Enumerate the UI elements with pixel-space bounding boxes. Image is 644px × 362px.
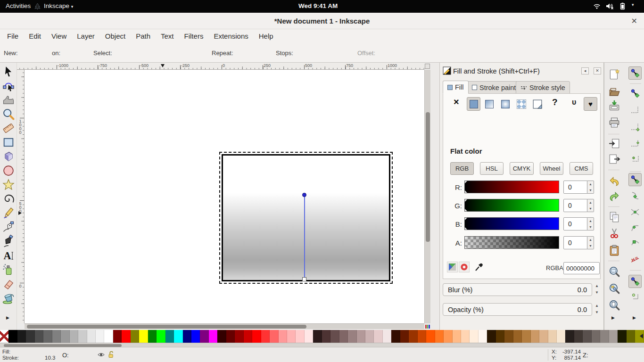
palette-swatch[interactable] [504, 330, 513, 343]
dock-iconify-button[interactable]: ◂ [581, 67, 589, 74]
palette-swatch[interactable] [418, 330, 426, 343]
color-picker-dropper-icon[interactable] [474, 261, 484, 272]
swatch-fill-button[interactable] [531, 98, 544, 110]
palette-swatch[interactable] [479, 330, 487, 343]
palette-swatch[interactable] [183, 330, 191, 343]
gradient-start-handle[interactable] [302, 193, 306, 197]
palette-swatch[interactable] [435, 330, 444, 343]
palette-swatch[interactable] [374, 330, 382, 343]
palette-swatch[interactable] [8, 330, 17, 343]
palette-swatch[interactable] [200, 330, 208, 343]
command-print[interactable] [608, 116, 620, 129]
palette-swatch[interactable] [244, 330, 252, 343]
palette-swatch[interactable] [122, 330, 130, 343]
palette-scroll-arrow[interactable] [640, 334, 643, 338]
menu-extensions[interactable]: Extensions [208, 29, 253, 43]
tab-stroke-style[interactable]: Stroke style [516, 81, 570, 94]
menu-filters[interactable]: Filters [179, 29, 209, 43]
palette-swatch[interactable] [279, 330, 287, 343]
palette-swatch[interactable] [470, 330, 478, 343]
opacity-spin-down[interactable]: ▼ [594, 309, 600, 315]
palette-swatch[interactable] [43, 330, 52, 343]
palette-swatch[interactable] [513, 330, 522, 343]
palette-swatch[interactable] [305, 330, 313, 343]
mode-hsl-button[interactable]: HSL [480, 162, 504, 175]
horizontal-scrollbar[interactable] [25, 323, 424, 329]
palette-swatch[interactable] [444, 330, 452, 343]
snap-others-button[interactable] [628, 275, 642, 288]
rgba-entry[interactable]: 00000000 [563, 262, 600, 274]
palette-swatch[interactable] [270, 330, 278, 343]
snap-smooth-nodes-button[interactable] [630, 222, 640, 233]
snap-bounding-box-button[interactable] [630, 88, 640, 99]
gradient-line[interactable] [304, 195, 305, 280]
palette-swatch[interactable] [400, 330, 409, 343]
palette-swatch[interactable] [348, 330, 356, 343]
palette-swatch[interactable] [383, 330, 391, 343]
fill-rule-evenodd-button[interactable]: υ [572, 98, 576, 107]
vertical-scrollbar[interactable] [424, 70, 430, 323]
snap-bbox-edges-button[interactable] [630, 105, 640, 115]
red-spinbox[interactable]: 0 [563, 181, 587, 194]
green-spin-arrows[interactable]: ▲▼ [587, 199, 594, 212]
palette-swatch[interactable] [113, 330, 122, 343]
radial-gradient-fill-button[interactable] [499, 98, 512, 110]
command-copy[interactable] [608, 211, 620, 223]
blur-slider[interactable]: Blur (%) 0.0 [443, 283, 592, 296]
palette-swatch[interactable] [496, 330, 504, 343]
palette-swatch[interactable] [531, 330, 539, 343]
palette-swatch[interactable] [574, 330, 583, 343]
tool-selector[interactable] [2, 65, 15, 78]
menu-view[interactable]: View [46, 29, 72, 43]
tool-eraser[interactable] [2, 277, 15, 290]
tool-measure[interactable] [2, 122, 15, 135]
palette-swatch[interactable] [487, 330, 495, 343]
palette-swatch[interactable] [26, 330, 34, 343]
alpha-spin-arrows[interactable]: ▲▼ [587, 236, 594, 249]
palette-swatch[interactable] [592, 330, 600, 343]
color-managed-view-toggle[interactable] [425, 325, 430, 329]
palette-swatch[interactable] [618, 330, 626, 343]
sticky-zoom-toggle[interactable] [425, 64, 430, 69]
palette-swatch[interactable] [583, 330, 591, 343]
command-zoom-page[interactable] [608, 299, 620, 311]
palette-swatch[interactable] [78, 330, 87, 343]
command-zoom-selection[interactable] [608, 265, 620, 278]
palette-swatch[interactable] [17, 330, 26, 343]
pattern-fill-button[interactable] [515, 98, 528, 110]
mode-cmyk-button[interactable]: CMYK [510, 162, 534, 175]
no-paint-button[interactable]: × [454, 97, 459, 107]
tab-stroke-paint[interactable]: Stroke paint [467, 81, 520, 94]
toolbox-expander-arrow[interactable]: ▶ [6, 315, 9, 320]
menu-text[interactable]: Text [156, 29, 179, 43]
blur-spin-down[interactable]: ▼ [594, 289, 600, 296]
menu-path[interactable]: Path [131, 29, 156, 43]
palette-scrollbar[interactable] [0, 343, 644, 347]
palette-swatch[interactable] [191, 330, 200, 343]
vertical-ruler[interactable]: 10005000 [17, 70, 25, 323]
green-spinbox[interactable]: 0 [563, 199, 587, 212]
palette-swatch[interactable] [174, 330, 182, 343]
menu-object[interactable]: Object [100, 29, 131, 43]
linear-gradient-fill-button[interactable] [483, 98, 495, 110]
command-new-document[interactable] [608, 68, 620, 81]
palette-swatch[interactable] [548, 330, 557, 343]
flat-color-button[interactable] [467, 97, 480, 111]
palette-swatch[interactable] [426, 330, 435, 343]
green-slider[interactable] [464, 199, 559, 212]
menu-layer[interactable]: Layer [72, 29, 100, 43]
snap-expander-arrow[interactable]: ▶ [633, 315, 636, 320]
palette-swatch[interactable] [313, 330, 322, 343]
mode-cms-button[interactable]: CMS [570, 162, 593, 175]
palette-swatch[interactable] [365, 330, 374, 343]
fill-rule-nonzero-button[interactable]: ♥ [584, 97, 597, 111]
palette-swatch[interactable] [565, 330, 574, 343]
tool-spiral[interactable] [2, 192, 15, 206]
palette-swatch[interactable] [609, 330, 618, 343]
palette-swatch[interactable] [453, 330, 461, 343]
palette-swatch[interactable] [52, 330, 61, 343]
layer-lock-icon[interactable] [107, 351, 115, 359]
tool-paint-bucket[interactable] [2, 291, 15, 304]
palette-swatch[interactable] [322, 330, 330, 343]
horizontal-scrollbar-thumb[interactable] [27, 325, 306, 329]
